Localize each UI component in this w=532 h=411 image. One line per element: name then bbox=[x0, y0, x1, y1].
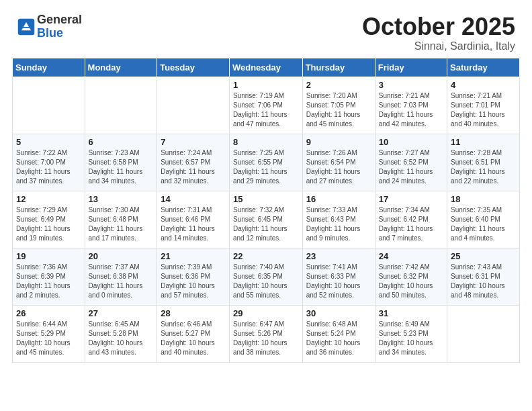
calendar-cell: 12Sunrise: 7:29 AMSunset: 6:49 PMDayligh… bbox=[13, 191, 85, 248]
calendar-cell: 17Sunrise: 7:34 AMSunset: 6:42 PMDayligh… bbox=[375, 191, 447, 248]
header: General Blue October 2025 Sinnai, Sardin… bbox=[7, 7, 525, 58]
day-number: 8 bbox=[233, 137, 299, 147]
day-info: Sunrise: 7:22 AMSunset: 7:00 PMDaylight:… bbox=[16, 148, 81, 186]
calendar-cell: 27Sunrise: 6:45 AMSunset: 5:28 PMDayligh… bbox=[85, 305, 157, 362]
day-info: Sunrise: 6:48 AMSunset: 5:24 PMDaylight:… bbox=[306, 320, 371, 357]
day-number: 5 bbox=[16, 137, 81, 147]
page-container: General Blue October 2025 Sinnai, Sardin… bbox=[7, 7, 525, 363]
calendar-cell: 26Sunrise: 6:44 AMSunset: 5:29 PMDayligh… bbox=[13, 305, 85, 362]
day-number: 20 bbox=[89, 251, 154, 261]
day-info: Sunrise: 7:37 AMSunset: 6:38 PMDaylight:… bbox=[89, 263, 154, 300]
day-number: 15 bbox=[233, 194, 299, 204]
day-number: 31 bbox=[379, 308, 443, 318]
day-number: 2 bbox=[306, 80, 371, 90]
week-row-4: 19Sunrise: 7:36 AMSunset: 6:39 PMDayligh… bbox=[13, 248, 520, 305]
calendar-cell: 31Sunrise: 6:49 AMSunset: 5:23 PMDayligh… bbox=[375, 305, 447, 362]
day-info: Sunrise: 7:34 AMSunset: 6:42 PMDaylight:… bbox=[379, 205, 443, 243]
calendar-cell: 7Sunrise: 7:24 AMSunset: 6:57 PMDaylight… bbox=[157, 134, 230, 191]
logo: General Blue bbox=[17, 13, 82, 40]
day-number: 3 bbox=[379, 80, 443, 90]
day-info: Sunrise: 6:49 AMSunset: 5:23 PMDaylight:… bbox=[379, 320, 443, 357]
calendar-cell: 28Sunrise: 6:46 AMSunset: 5:27 PMDayligh… bbox=[157, 305, 230, 362]
week-row-1: 1Sunrise: 7:19 AMSunset: 7:06 PMDaylight… bbox=[13, 77, 520, 134]
day-info: Sunrise: 6:47 AMSunset: 5:26 PMDaylight:… bbox=[233, 320, 299, 357]
day-info: Sunrise: 7:27 AMSunset: 6:52 PMDaylight:… bbox=[379, 148, 443, 186]
day-info: Sunrise: 6:44 AMSunset: 5:29 PMDaylight:… bbox=[16, 320, 81, 357]
day-number: 29 bbox=[233, 308, 299, 318]
calendar-cell: 29Sunrise: 6:47 AMSunset: 5:26 PMDayligh… bbox=[229, 305, 302, 362]
calendar-cell: 14Sunrise: 7:31 AMSunset: 6:46 PMDayligh… bbox=[157, 191, 230, 248]
calendar-cell: 8Sunrise: 7:25 AMSunset: 6:55 PMDaylight… bbox=[229, 134, 302, 191]
day-number: 19 bbox=[16, 251, 81, 261]
week-row-3: 12Sunrise: 7:29 AMSunset: 6:49 PMDayligh… bbox=[13, 191, 520, 248]
calendar-cell: 16Sunrise: 7:33 AMSunset: 6:43 PMDayligh… bbox=[302, 191, 375, 248]
col-tuesday: Tuesday bbox=[157, 58, 230, 77]
day-info: Sunrise: 7:30 AMSunset: 6:48 PMDaylight:… bbox=[89, 205, 154, 243]
logo-text: General Blue bbox=[37, 13, 82, 40]
calendar-cell: 3Sunrise: 7:21 AMSunset: 7:03 PMDaylight… bbox=[375, 77, 447, 134]
calendar-cell: 11Sunrise: 7:28 AMSunset: 6:51 PMDayligh… bbox=[447, 134, 520, 191]
calendar-cell: 20Sunrise: 7:37 AMSunset: 6:38 PMDayligh… bbox=[85, 248, 157, 305]
calendar-header-row: Sunday Monday Tuesday Wednesday Thursday… bbox=[13, 58, 520, 77]
col-wednesday: Wednesday bbox=[229, 58, 302, 77]
day-info: Sunrise: 7:20 AMSunset: 7:05 PMDaylight:… bbox=[306, 91, 371, 129]
calendar-cell bbox=[13, 77, 85, 134]
calendar-cell: 15Sunrise: 7:32 AMSunset: 6:45 PMDayligh… bbox=[229, 191, 302, 248]
day-number: 21 bbox=[161, 251, 226, 261]
col-saturday: Saturday bbox=[447, 58, 520, 77]
day-info: Sunrise: 7:25 AMSunset: 6:55 PMDaylight:… bbox=[233, 148, 299, 186]
calendar-cell: 4Sunrise: 7:21 AMSunset: 7:01 PMDaylight… bbox=[447, 77, 520, 134]
day-number: 6 bbox=[89, 137, 154, 147]
day-number: 7 bbox=[161, 137, 226, 147]
calendar-cell: 6Sunrise: 7:23 AMSunset: 6:58 PMDaylight… bbox=[85, 134, 157, 191]
calendar-cell bbox=[157, 77, 230, 134]
calendar-cell: 18Sunrise: 7:35 AMSunset: 6:40 PMDayligh… bbox=[447, 191, 520, 248]
calendar-cell bbox=[85, 77, 157, 134]
day-number: 16 bbox=[306, 194, 371, 204]
calendar-cell: 23Sunrise: 7:41 AMSunset: 6:33 PMDayligh… bbox=[302, 248, 375, 305]
week-row-5: 26Sunrise: 6:44 AMSunset: 5:29 PMDayligh… bbox=[13, 305, 520, 362]
calendar-cell: 9Sunrise: 7:26 AMSunset: 6:54 PMDaylight… bbox=[302, 134, 375, 191]
day-number: 17 bbox=[379, 194, 443, 204]
day-number: 4 bbox=[451, 80, 516, 90]
calendar-cell: 2Sunrise: 7:20 AMSunset: 7:05 PMDaylight… bbox=[302, 77, 375, 134]
col-thursday: Thursday bbox=[302, 58, 375, 77]
day-info: Sunrise: 7:28 AMSunset: 6:51 PMDaylight:… bbox=[451, 148, 516, 186]
day-number: 22 bbox=[233, 251, 299, 261]
day-info: Sunrise: 7:42 AMSunset: 6:32 PMDaylight:… bbox=[379, 263, 443, 300]
day-number: 28 bbox=[161, 308, 226, 318]
logo-general-text: General bbox=[37, 13, 82, 27]
calendar-cell: 1Sunrise: 7:19 AMSunset: 7:06 PMDaylight… bbox=[229, 77, 302, 134]
day-info: Sunrise: 7:41 AMSunset: 6:33 PMDaylight:… bbox=[306, 263, 371, 300]
calendar-cell: 24Sunrise: 7:42 AMSunset: 6:32 PMDayligh… bbox=[375, 248, 447, 305]
day-info: Sunrise: 6:46 AMSunset: 5:27 PMDaylight:… bbox=[161, 320, 226, 357]
day-info: Sunrise: 7:43 AMSunset: 6:31 PMDaylight:… bbox=[451, 263, 516, 300]
col-sunday: Sunday bbox=[13, 58, 85, 77]
day-number: 1 bbox=[233, 80, 299, 90]
calendar-cell: 19Sunrise: 7:36 AMSunset: 6:39 PMDayligh… bbox=[13, 248, 85, 305]
day-number: 30 bbox=[306, 308, 371, 318]
day-info: Sunrise: 7:36 AMSunset: 6:39 PMDaylight:… bbox=[16, 263, 81, 300]
week-row-2: 5Sunrise: 7:22 AMSunset: 7:00 PMDaylight… bbox=[13, 134, 520, 191]
day-number: 13 bbox=[89, 194, 154, 204]
day-number: 27 bbox=[89, 308, 154, 318]
calendar-cell: 21Sunrise: 7:39 AMSunset: 6:36 PMDayligh… bbox=[157, 248, 230, 305]
day-info: Sunrise: 6:45 AMSunset: 5:28 PMDaylight:… bbox=[89, 320, 154, 357]
day-info: Sunrise: 7:19 AMSunset: 7:06 PMDaylight:… bbox=[233, 91, 299, 129]
col-monday: Monday bbox=[85, 58, 157, 77]
day-info: Sunrise: 7:26 AMSunset: 6:54 PMDaylight:… bbox=[306, 148, 371, 186]
day-info: Sunrise: 7:23 AMSunset: 6:58 PMDaylight:… bbox=[89, 148, 154, 186]
day-info: Sunrise: 7:39 AMSunset: 6:36 PMDaylight:… bbox=[161, 263, 226, 300]
day-number: 14 bbox=[161, 194, 226, 204]
day-info: Sunrise: 7:35 AMSunset: 6:40 PMDaylight:… bbox=[451, 205, 516, 243]
day-number: 9 bbox=[306, 137, 371, 147]
day-number: 12 bbox=[16, 194, 81, 204]
calendar-cell: 30Sunrise: 6:48 AMSunset: 5:24 PMDayligh… bbox=[302, 305, 375, 362]
calendar-cell: 13Sunrise: 7:30 AMSunset: 6:48 PMDayligh… bbox=[85, 191, 157, 248]
day-number: 25 bbox=[451, 251, 516, 261]
calendar-table: Sunday Monday Tuesday Wednesday Thursday… bbox=[12, 58, 520, 363]
title-section: October 2025 Sinnai, Sardinia, Italy bbox=[362, 13, 515, 52]
day-number: 11 bbox=[451, 137, 516, 147]
calendar-cell bbox=[447, 305, 520, 362]
day-number: 24 bbox=[379, 251, 443, 261]
